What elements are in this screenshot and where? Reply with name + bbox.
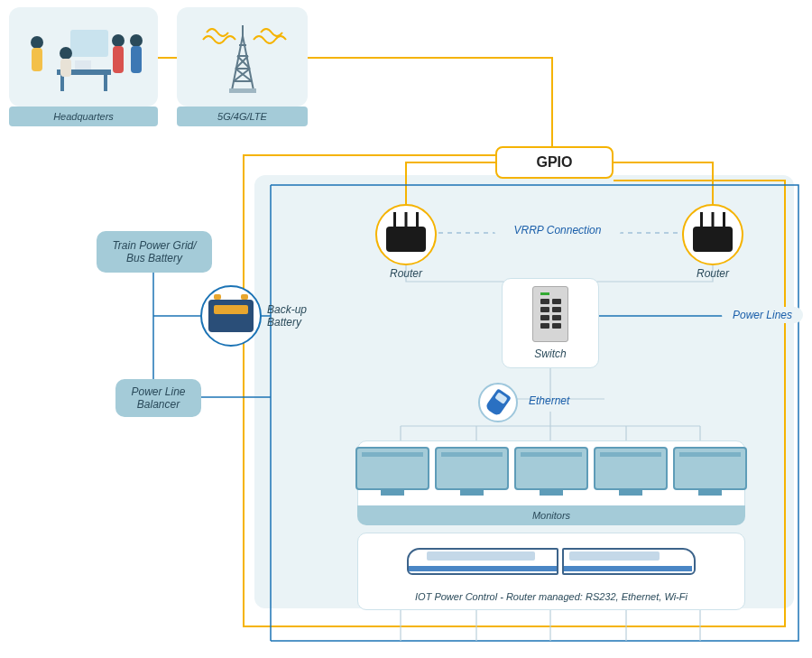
router-left-circle <box>375 204 437 265</box>
battery-label-box: Back-up Battery <box>267 300 339 332</box>
ethernet-circle <box>478 383 518 422</box>
router-right-label: Router <box>682 265 743 282</box>
battery-circle <box>200 285 262 347</box>
svg-rect-21 <box>70 30 108 57</box>
iot-box: IOT Power Control - Router managed: RS23… <box>357 533 745 610</box>
ethernet-plug-icon <box>484 388 512 417</box>
svg-rect-26 <box>32 48 42 71</box>
gpio-box: GPIO <box>495 146 614 179</box>
balancer-label: Power Line Balancer <box>131 385 185 411</box>
cell-card <box>177 7 308 107</box>
cell-tower-icon <box>226 22 259 92</box>
battery-label: Back-up Battery <box>267 303 307 329</box>
svg-rect-23 <box>60 75 64 91</box>
ethernet-label: Ethernet <box>529 392 601 410</box>
router-icon <box>386 227 426 252</box>
svg-rect-28 <box>60 59 71 77</box>
people-illustration <box>21 21 147 93</box>
svg-point-25 <box>31 36 43 49</box>
switch-icon <box>532 286 568 342</box>
router-icon <box>693 227 733 252</box>
power-lines-label: Power Lines <box>722 307 803 323</box>
svg-point-29 <box>112 34 125 47</box>
monitor-icon <box>355 447 429 499</box>
monitors-caption: Monitors <box>357 505 745 525</box>
gpio-label: GPIO <box>536 154 572 171</box>
vrrp-label: VRRP Connection <box>494 222 621 238</box>
svg-point-27 <box>60 47 72 60</box>
switch-box: Switch <box>502 278 599 368</box>
monitors-row <box>353 447 750 499</box>
balancer-pill: Power Line Balancer <box>115 379 201 417</box>
switch-label: Switch <box>534 348 566 360</box>
battery-icon <box>208 300 254 332</box>
grid-pill: Train Power Grid/ Bus Battery <box>97 231 212 273</box>
router-left-label: Router <box>375 265 437 282</box>
svg-point-31 <box>130 34 143 47</box>
cell-caption: 5G/4G/LTE <box>177 107 308 126</box>
monitor-icon <box>673 447 747 499</box>
grid-label: Train Power Grid/ Bus Battery <box>112 239 196 264</box>
router-right-circle <box>682 204 743 265</box>
monitor-icon <box>435 447 509 499</box>
svg-rect-43 <box>229 88 256 93</box>
svg-rect-33 <box>75 60 91 70</box>
monitor-icon <box>514 447 588 499</box>
monitor-icon <box>594 447 668 499</box>
hq-card <box>9 7 158 107</box>
svg-rect-32 <box>131 46 142 73</box>
train-icon <box>407 541 696 586</box>
iot-caption: IOT Power Control - Router managed: RS23… <box>415 591 687 602</box>
svg-rect-24 <box>104 75 107 91</box>
hq-caption: Headquarters <box>9 107 158 126</box>
svg-rect-30 <box>113 46 124 73</box>
